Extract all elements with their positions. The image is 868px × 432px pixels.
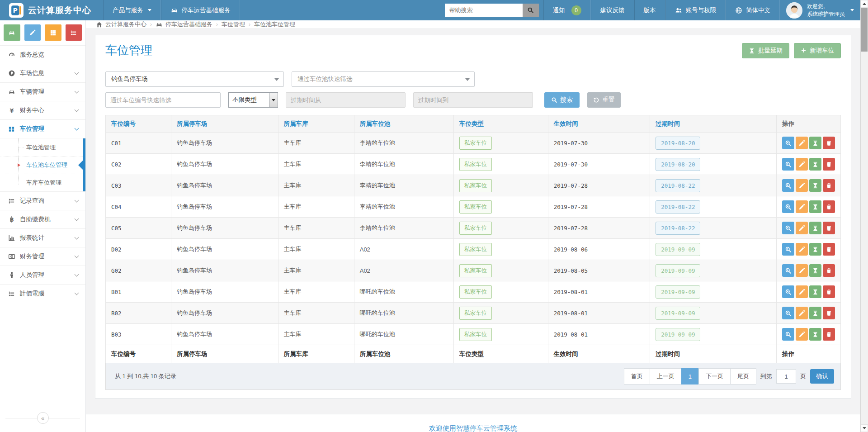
edit-button[interactable] [796,137,808,149]
pagination-prev[interactable]: 上一页 [650,368,682,385]
scrollbar-thumb[interactable] [861,8,868,52]
sidebar-subitem-garage-space-mgmt[interactable]: 车库车位管理 [0,174,85,191]
delay-button[interactable] [809,137,821,149]
view-button[interactable] [782,222,794,234]
expire-date-badge[interactable]: 2019-09-09 [656,243,700,256]
sidebar-subitem-space-pool-space-mgmt[interactable]: 车位池车位管理 [0,156,85,174]
nav-parking-service[interactable]: 停车运营基础服务 [161,0,240,20]
view-button[interactable] [782,200,794,213]
nav-language[interactable]: 简体中文 [726,0,780,20]
edit-button[interactable] [796,328,808,341]
delete-button[interactable] [823,200,835,213]
park-select[interactable]: 钓鱼岛停车场 [105,71,284,87]
sidebar-item-overview[interactable]: 服务总览 [0,45,85,64]
nav-products-menu[interactable]: 产品与服务 [103,0,161,20]
expire-date-badge[interactable]: 2019-08-22 [656,200,700,214]
nav-account-permissions[interactable]: 账号与权限 [665,0,726,20]
breadcrumb-parking-service[interactable]: 停车运营基础服务 [156,20,212,28]
pagination-page-1[interactable]: 1 [681,368,699,385]
sidebar-subitem-space-pool-mgmt[interactable]: 车位池管理 [0,138,85,156]
column-header[interactable]: 所属车位池 [354,115,453,133]
delay-button[interactable] [809,285,821,298]
delete-button[interactable] [823,328,835,341]
sidebar-item-parking-info[interactable]: 车场信息 [0,64,85,82]
view-button[interactable] [782,285,794,298]
expire-date-badge[interactable]: 2019-09-09 [656,264,700,277]
edit-button[interactable] [796,243,808,256]
delay-button[interactable] [809,222,821,234]
delay-button[interactable] [809,264,821,277]
sidebar-item-record-query[interactable]: 记录查询 [0,191,85,210]
goto-page-input[interactable] [776,369,796,384]
expire-date-badge[interactable]: 2019-08-20 [656,137,700,150]
delete-button[interactable] [823,243,835,256]
view-button[interactable] [782,158,794,171]
delay-button[interactable] [809,200,821,213]
scrollbar-down-button[interactable] [861,424,868,432]
column-header[interactable]: 生效时间 [548,115,650,133]
pagination-next[interactable]: 下一页 [698,368,731,385]
sidebar-item-finance-center[interactable]: ¥财务中心 [0,101,85,119]
edit-button[interactable] [796,200,808,213]
view-button[interactable] [782,264,794,277]
expire-date-badge[interactable]: 2019-09-09 [656,307,700,320]
nav-version[interactable]: 版本 [634,0,665,20]
sidebar-item-space-mgmt[interactable]: 车位管理 [0,119,85,138]
scrollbar[interactable] [860,0,868,432]
delay-button[interactable] [809,243,821,256]
column-header[interactable]: 车位编号 [106,115,171,133]
delete-button[interactable] [823,222,835,234]
view-button[interactable] [782,243,794,256]
expire-date-badge[interactable]: 2019-08-22 [656,179,700,192]
space-code-input[interactable] [105,92,221,108]
brand[interactable]: P 云计算服务中心 [0,0,103,20]
expire-from-input[interactable] [286,92,406,108]
expire-date-badge[interactable]: 2019-08-22 [656,222,700,235]
delete-button[interactable] [823,307,835,319]
type-select[interactable]: 不限类型 [228,92,278,108]
expire-date-badge[interactable]: 2019-08-20 [656,158,700,171]
confirm-button[interactable]: 确认 [810,369,834,384]
pool-select[interactable]: 通过车位池快速筛选 [292,71,475,87]
delay-button[interactable] [809,179,821,192]
edit-button[interactable] [796,264,808,277]
add-space-button[interactable]: 新增车位 [794,43,841,58]
quick-tile-pencil[interactable] [24,24,41,41]
pagination-first[interactable]: 首页 [624,368,650,385]
quick-tile-car[interactable] [4,24,20,41]
delete-button[interactable] [823,137,835,149]
edit-button[interactable] [796,179,808,192]
breadcrumb-space-mgmt[interactable]: 车位管理 [222,20,245,28]
column-header[interactable]: 过期时间 [650,115,777,133]
sidebar-item-pricing-computer[interactable]: 計價電腦 [0,284,85,303]
search-button[interactable]: 搜索 [544,92,580,108]
delay-button[interactable] [809,307,821,319]
sidebar-item-report-stats[interactable]: 报表统计 [0,228,85,247]
reset-button[interactable]: 重置 [587,92,621,108]
view-button[interactable] [782,328,794,341]
delete-button[interactable] [823,158,835,171]
edit-button[interactable] [796,158,808,171]
delay-button[interactable] [809,158,821,171]
scrollbar-up-button[interactable] [861,0,868,8]
user-menu[interactable]: 欢迎您, 系统维护管理员 [780,0,860,20]
sidebar-item-personnel-mgmt[interactable]: 人员管理 [0,266,85,284]
quick-tile-list[interactable] [66,24,82,41]
column-header[interactable]: 车位类型 [453,115,548,133]
help-search-button[interactable] [523,4,539,17]
sidebar-item-finance-mgmt[interactable]: 财务管理 [0,247,85,266]
help-search-input[interactable] [445,4,523,17]
column-header[interactable]: 所属车库 [278,115,354,133]
nav-notifications[interactable]: 通知 0 [543,0,591,20]
view-button[interactable] [782,307,794,319]
sidebar-collapse-button[interactable]: « [37,412,49,424]
delete-button[interactable] [823,179,835,192]
batch-delay-button[interactable]: 批量延期 [742,43,789,58]
expire-date-badge[interactable]: 2019-09-09 [656,285,700,299]
edit-button[interactable] [796,222,808,234]
sidebar-item-self-pay-machine[interactable]: B自助缴费机 [0,210,85,228]
nav-feedback[interactable]: 建议反馈 [591,0,634,20]
view-button[interactable] [782,179,794,192]
expire-date-badge[interactable]: 2019-09-09 [656,328,700,341]
sidebar-item-vehicle-mgmt[interactable]: 车辆管理 [0,82,85,101]
